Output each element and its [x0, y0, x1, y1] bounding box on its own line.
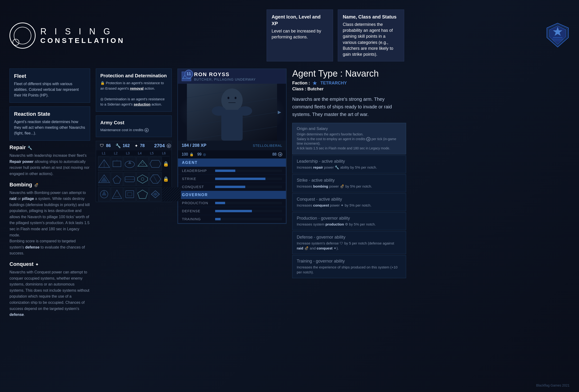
bombing-section: Bombing Navarchs with Bombing power can …: [9, 182, 90, 257]
ability-defense-card: Defense - governor ability Increase syst…: [292, 231, 406, 254]
faction-name: TETRARCHY: [320, 81, 347, 86]
logo-subtitle: CONSTELLATION: [40, 37, 125, 45]
svg-point-22: [141, 178, 144, 181]
ship-cell-3-6: [162, 187, 181, 201]
agent-description: Navarchs are the empire's strong arm. Th…: [292, 95, 406, 118]
army-stat-2: 🔧 162: [116, 143, 130, 148]
stat-1: 100 🔒: [182, 152, 194, 156]
ability-origin-salary-desc: Origin determines the agent's favorite f…: [297, 132, 402, 151]
skill-defense-bar-container: [215, 210, 282, 212]
army-credits-icon: ⊗: [167, 144, 171, 148]
ship-cell-2-4[interactable]: [136, 172, 149, 186]
abilities-grid: Origin and Salary Origin determines the …: [292, 123, 406, 279]
skill-training-bar: [215, 218, 220, 220]
skill-training-name: TRAINING: [182, 217, 215, 221]
army-grid-section: 🛡 86 🔧 162 ✦ 78 2704 ⊗: [96, 141, 172, 202]
ship-cell-3-3[interactable]: [124, 187, 136, 201]
army-stat-3: ✦ 78: [135, 143, 145, 148]
stat-2: 99 ◎: [197, 152, 206, 156]
ability-origin-salary-name: Origin and Salary: [297, 127, 402, 131]
skill-production-bar-container: [215, 202, 282, 204]
xp-text: 184 / 208 XP: [182, 143, 206, 148]
tooltip-agent-icon-text: Level can be increased by performing act…: [272, 28, 328, 40]
skill-production: PRODUCTION: [178, 199, 286, 207]
reaction-state-title: Reaction State: [14, 111, 86, 117]
ability-defense-desc: Increase system's defense 🛡 by 5 per not…: [297, 241, 402, 251]
svg-point-47: [227, 97, 229, 99]
salary-icon: ⊗: [278, 152, 282, 156]
fleet-text: Fleet of different ships with various ab…: [14, 81, 86, 98]
skill-strike-name: STRIKE: [182, 177, 215, 181]
protection-text: 🔒 Protection is an agent's resistance to…: [100, 80, 167, 107]
logo-text: R I S I N G CONSTELLATION: [40, 27, 125, 45]
skill-leadership-name: LEADERSHIP: [182, 169, 215, 173]
skill-strike: STRIKE: [178, 175, 286, 183]
conquest-section: Conquest Navarchs with Conquest power ca…: [9, 261, 90, 318]
ship-cell-1-3[interactable]: [124, 157, 136, 171]
main-container: R I S I N G CONSTELLATION Agent Icon, Le…: [0, 0, 579, 392]
tooltip-agent-icon-title: Agent Icon, Level and XP: [272, 13, 328, 27]
svg-point-45: [212, 106, 226, 116]
ship-cell-2-1[interactable]: [98, 172, 110, 186]
skill-leadership-bar-container: [215, 170, 282, 172]
tooltip-name-class-text: Class determines the probability an agen…: [343, 22, 399, 57]
skill-defense: DEFENSE: [178, 207, 286, 215]
ship-cell-1-4[interactable]: [136, 157, 149, 171]
skill-conquest-bar: [215, 186, 245, 188]
ship-cell-1-1[interactable]: [98, 157, 110, 171]
skill-defense-bar: [215, 210, 252, 212]
col-l4: L4: [134, 150, 146, 156]
col-l6: L6: [158, 150, 170, 156]
ship-cell-1-2[interactable]: [111, 157, 123, 171]
salary-credit-icon: ⊗: [366, 137, 370, 141]
skills-panel: AGENT LEADERSHIP STRIKE: [178, 158, 286, 223]
ability-conquest-desc: Increases conquest power ✦ by 5% per not…: [297, 203, 402, 208]
bomb-icon: [34, 182, 39, 188]
conquest-desc: Navarchs with Conquest power can attempt…: [9, 269, 90, 318]
logo-icon: [9, 22, 36, 49]
class-label: Class : Butcher: [292, 87, 406, 92]
army-credits-stat: 2704 ⊗: [154, 143, 171, 148]
protection-box: Protection and Determination 🔒 Protectio…: [96, 68, 172, 112]
repair-section: Repair Navarchs with leadership increase…: [9, 144, 90, 177]
faction-emblem-header: [546, 22, 570, 49]
skill-production-name: PRODUCTION: [182, 201, 215, 205]
ability-defense-name: Defense - governor ability: [297, 235, 402, 240]
stat1-value: 100: [182, 152, 188, 156]
col-l3: L3: [122, 150, 134, 156]
ship-cell-2-5[interactable]: [149, 172, 161, 186]
full-layout: Fleet Fleet of different ships with vari…: [9, 68, 570, 323]
svg-rect-9: [113, 161, 121, 167]
svg-point-48: [235, 97, 236, 99]
ship-cell-2-3[interactable]: [124, 172, 136, 186]
ability-production-desc: Increases system production ⚙ by 5% per …: [297, 222, 402, 227]
svg-marker-21: [138, 175, 147, 183]
portrait-next-button[interactable]: ►: [277, 109, 282, 116]
logo-area: R I S I N G CONSTELLATION: [9, 22, 125, 49]
governor-section-header: GOVERNOR: [178, 191, 286, 199]
army-credits-value: 2704: [154, 143, 165, 148]
svg-point-14: [141, 162, 144, 165]
faction-label: Faction :: [292, 81, 310, 86]
army-header: 🛡 86 🔧 162 ✦ 78 2704 ⊗: [96, 141, 171, 150]
lock-icon: 🔒: [190, 152, 194, 156]
credits-text: Blackflag Games 2021: [536, 384, 570, 387]
header-tooltips: Agent Icon, Level and XP Level can be in…: [135, 9, 536, 62]
ship-cell-2-2[interactable]: [111, 172, 123, 186]
army-stat-1: 🛡 86: [100, 143, 111, 148]
svg-line-24: [153, 175, 158, 183]
agent-header: 11 RON ROYSS BUTCHER, PILLAGING UNDERWAY: [178, 69, 286, 84]
ship-cell-3-5[interactable]: [149, 187, 161, 201]
skill-strike-bar: [215, 178, 265, 180]
army-stat2-value: 162: [123, 143, 130, 148]
ship-cell-3-1[interactable]: [98, 187, 110, 201]
agent-class: BUTCHER, PILLAGING UNDERWAY: [194, 77, 256, 81]
bombing-desc: Navarchs with Bombing power can attempt …: [9, 190, 90, 257]
ship-cell-1-5[interactable]: [149, 157, 161, 171]
fleet-title: Fleet: [14, 73, 86, 79]
ship-cell-3-2[interactable]: [111, 187, 123, 201]
circle-icon: ◎: [203, 152, 206, 156]
ability-conquest-card: Conquest - active ability Increases conq…: [292, 193, 406, 211]
ship-cell-3-4[interactable]: [136, 187, 149, 201]
agent-portrait: ►: [178, 84, 286, 141]
